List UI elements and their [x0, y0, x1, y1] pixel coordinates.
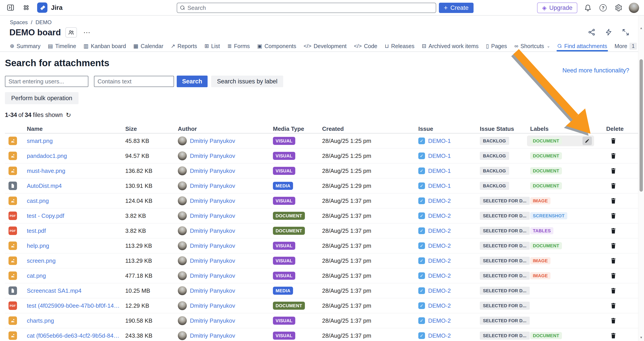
tab-more[interactable]: More1 — [614, 41, 637, 51]
file-name-link[interactable]: test - Copy.pdf — [27, 212, 125, 219]
tab-development[interactable]: </>Development — [304, 41, 346, 51]
settings-gear-icon[interactable] — [614, 3, 623, 12]
issue-link[interactable]: DEMO-1 — [428, 182, 455, 189]
breadcrumb-demo[interactable]: DEMO — [36, 19, 52, 25]
contains-text-input[interactable] — [94, 76, 174, 87]
file-name-link[interactable]: help.png — [27, 242, 125, 249]
file-name-link[interactable]: test.pdf — [27, 227, 125, 234]
author-link[interactable]: Dmitriy Panyukov — [190, 272, 239, 279]
user-avatar[interactable] — [629, 3, 639, 13]
search-issues-by-label-button[interactable]: Search issues by label — [211, 76, 283, 87]
scrollbar-thumb[interactable] — [640, 59, 643, 192]
perform-bulk-operation-button[interactable]: Perform bulk operation — [5, 92, 78, 104]
file-name-link[interactable]: screen.png — [27, 257, 125, 264]
issue-link[interactable]: DEMO-1 — [428, 167, 455, 174]
author-link[interactable]: Dmitriy Panyukov — [190, 332, 239, 339]
need-more-functionality-link[interactable]: Need more functionality? — [562, 67, 629, 74]
delete-trash-icon[interactable] — [610, 317, 617, 324]
issue-link[interactable]: DEMO-2 — [428, 242, 455, 249]
issue-link[interactable]: DEMO-2 — [428, 287, 455, 294]
share-icon[interactable] — [587, 28, 596, 37]
delete-trash-icon[interactable] — [610, 287, 617, 294]
delete-trash-icon[interactable] — [610, 242, 617, 249]
tab-shortcuts[interactable]: ∞Shortcuts⌄ — [514, 41, 550, 51]
author-link[interactable]: Dmitriy Panyukov — [190, 302, 239, 309]
file-name-link[interactable]: cat (f065eb66-de63-4cf2-9b5d-843f1b9e… — [27, 332, 125, 339]
author-link[interactable]: Dmitriy Panyukov — [190, 167, 239, 174]
scrollbar-down-arrow[interactable]: ▼ — [638, 336, 644, 339]
tab-releases[interactable]: ⊔Releases — [385, 41, 414, 51]
edit-label-pencil-button[interactable] — [582, 137, 592, 145]
label-edit-box[interactable]: DOCUMENT — [527, 135, 594, 146]
issue-link[interactable]: DEMO-2 — [428, 197, 455, 204]
issue-link[interactable]: DEMO-1 — [428, 137, 455, 144]
tab-pages[interactable]: ▯Pages — [486, 41, 507, 51]
board-more-menu[interactable]: ⋯ — [82, 28, 92, 37]
board-members-button[interactable] — [65, 27, 77, 37]
search-button[interactable]: Search — [177, 76, 208, 87]
issue-link[interactable]: DEMO-2 — [428, 332, 455, 339]
author-link[interactable]: Dmitriy Panyukov — [190, 137, 239, 144]
sidebar-toggle-icon[interactable] — [6, 3, 15, 12]
file-name-link[interactable]: smart.png — [27, 137, 125, 144]
delete-trash-icon[interactable] — [610, 302, 617, 309]
tab-find-attachments[interactable]: Find attachments — [558, 41, 607, 51]
issue-link[interactable]: DEMO-2 — [428, 272, 455, 279]
delete-trash-icon[interactable] — [610, 227, 617, 234]
create-button[interactable]: + Create — [439, 3, 474, 13]
author-link[interactable]: Dmitriy Panyukov — [190, 317, 239, 324]
delete-trash-icon[interactable] — [610, 197, 617, 204]
tab-reports[interactable]: ↗Reports — [171, 41, 197, 51]
tab-archived-work-items[interactable]: ⊟Archived work items — [422, 41, 479, 51]
author-link[interactable]: Dmitriy Panyukov — [190, 152, 239, 159]
upgrade-button[interactable]: ◈ Upgrade — [537, 2, 577, 13]
tab-timeline[interactable]: ▤Timeline — [48, 41, 76, 51]
issue-link[interactable]: DEMO-2 — [428, 227, 455, 234]
file-name-link[interactable]: charts.png — [27, 317, 125, 324]
author-link[interactable]: Dmitriy Panyukov — [190, 197, 239, 204]
delete-trash-icon[interactable] — [610, 332, 617, 339]
notifications-bell-icon[interactable] — [583, 3, 592, 12]
refresh-icon[interactable]: ↻ — [66, 111, 71, 119]
app-switcher-icon[interactable] — [22, 3, 31, 12]
delete-trash-icon[interactable] — [610, 167, 617, 174]
automation-bolt-icon[interactable] — [604, 28, 613, 37]
author-link[interactable]: Dmitriy Panyukov — [190, 242, 239, 249]
file-name-link[interactable]: cat.png — [27, 272, 125, 279]
issue-link[interactable]: DEMO-2 — [428, 317, 455, 324]
breadcrumb-spaces[interactable]: Spaces — [10, 19, 28, 25]
tab-summary[interactable]: ⊕Summary — [10, 41, 40, 51]
delete-trash-icon[interactable] — [610, 272, 617, 279]
issue-link[interactable]: DEMO-2 — [428, 212, 455, 219]
help-icon[interactable]: ? — [598, 3, 608, 12]
tab-calendar[interactable]: ▦Calendar — [133, 41, 163, 51]
author-link[interactable]: Dmitriy Panyukov — [190, 287, 239, 294]
fullscreen-expand-icon[interactable] — [621, 28, 630, 37]
tab-forms[interactable]: ≣Forms — [227, 41, 250, 51]
file-name-link[interactable]: pandadoc1.png — [27, 152, 125, 159]
file-name-link[interactable]: Screencast SA1.mp4 — [27, 287, 125, 294]
scrollbar-up-arrow[interactable]: ▲ — [638, 26, 644, 30]
delete-trash-icon[interactable] — [610, 257, 617, 264]
author-link[interactable]: Dmitriy Panyukov — [190, 182, 239, 189]
delete-trash-icon[interactable] — [610, 152, 617, 159]
issue-link[interactable]: DEMO-1 — [428, 152, 455, 159]
tab-kanban-board[interactable]: ▥Kanban board — [84, 41, 126, 51]
tab-code[interactable]: </>Code — [354, 41, 377, 51]
issue-link[interactable]: DEMO-2 — [428, 257, 455, 264]
file-name-link[interactable]: must-have.png — [27, 167, 125, 174]
author-link[interactable]: Dmitriy Panyukov — [190, 227, 239, 234]
delete-trash-icon[interactable] — [610, 137, 617, 144]
global-search-input[interactable]: Search — [177, 3, 436, 13]
jira-home-link[interactable]: Jira — [37, 2, 63, 13]
delete-trash-icon[interactable] — [610, 182, 617, 189]
file-name-link[interactable]: test (4f025909-b0ee-47b0-bf0f-147c8afd… — [27, 302, 125, 309]
author-link[interactable]: Dmitriy Panyukov — [190, 257, 239, 264]
tab-list[interactable]: ⊞List — [204, 41, 220, 51]
file-name-link[interactable]: AutoDist.mp4 — [27, 182, 125, 189]
vertical-scrollbar[interactable]: ▲ ▼ — [638, 16, 644, 341]
tab-components[interactable]: ▣Components — [257, 41, 296, 51]
author-link[interactable]: Dmitriy Panyukov — [190, 212, 239, 219]
issue-link[interactable]: DEMO-2 — [428, 302, 455, 309]
file-name-link[interactable]: cast.png — [27, 197, 125, 204]
